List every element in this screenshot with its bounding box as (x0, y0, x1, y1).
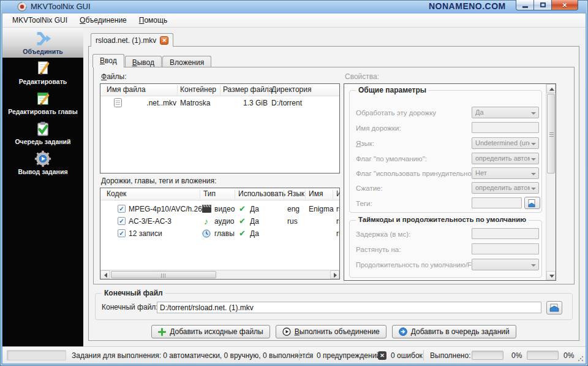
language-select[interactable]: Undetermined (und) (472, 137, 539, 149)
sidebar-item-merge[interactable]: Объединить (2, 28, 83, 58)
general-options-group: Общие параметры Обработать эту дорожку Д… (349, 90, 542, 213)
col-container[interactable]: Контейнер (180, 84, 216, 96)
sidebar-item-edit-chapters[interactable]: Редактировать главы (2, 88, 83, 118)
compression-select[interactable]: определить автом (472, 182, 539, 194)
current-progress-value: 0% (511, 351, 522, 360)
total-progress-value: 0% (564, 351, 574, 360)
file-tab-page: Ввод Вывод Вложения Файлы: Имя файла Ко (88, 46, 579, 341)
horizontal-scrollbar[interactable] (100, 270, 339, 279)
col-file-name[interactable]: Имя файла (107, 84, 146, 96)
minimize-button[interactable] (516, 0, 534, 10)
col-codec[interactable]: Кодек (107, 188, 126, 200)
browse-tags-button[interactable] (524, 197, 540, 209)
default-flag-select[interactable]: определить автом (472, 153, 539, 164)
output-file-group: Конечный файл Конечный файл: (95, 293, 573, 320)
scroll-down-button[interactable] (546, 271, 556, 280)
resize-grip[interactable] (578, 356, 584, 362)
tags-field[interactable] (472, 197, 522, 208)
app-icon (17, 2, 27, 12)
language-cell: eng (287, 203, 300, 215)
file-tab[interactable]: rsload.net. (1).mkv ✕ (91, 33, 173, 47)
brand-text: NONAMENO.COM (429, 1, 506, 11)
track-checkbox[interactable]: ✓ (118, 229, 126, 237)
delay-field[interactable] (472, 228, 539, 239)
menu-mkvtoolnix[interactable]: MKVToolNix GUI (6, 13, 74, 27)
play-icon (282, 327, 291, 336)
output-file-input[interactable] (157, 302, 541, 313)
sidebar-item-label: Вывод задания (18, 168, 67, 175)
default-duration-select[interactable] (472, 259, 539, 270)
language-cell: rus (287, 215, 298, 227)
scroll-thumb[interactable] (547, 94, 555, 173)
chevron-down-icon (531, 112, 536, 115)
use-cell: Да (250, 227, 259, 240)
close-icon: ✕ (562, 2, 567, 9)
container-cell: Matroska (180, 96, 210, 110)
scroll-left-button[interactable] (100, 270, 110, 279)
track-row-video[interactable]: ✓ MPEG-4p10/AVC/h.264 видео ✔ Да (100, 203, 339, 215)
merge-tool-content: rsload.net. (1).mkv ✕ Ввод Вывод Вложени… (83, 28, 586, 346)
warning-icon: ⚠ (305, 351, 312, 360)
tab-close-icon[interactable]: ✕ (160, 36, 168, 45)
files-table-header: Имя файла Контейнер Размер файла Директо… (100, 84, 339, 96)
track-name-field[interactable] (472, 122, 539, 133)
scroll-thumb[interactable] (111, 271, 216, 278)
vertical-scrollbar[interactable] (546, 84, 556, 280)
tracks-table[interactable]: Кодек Тип Использовать Язык Имя И (100, 188, 340, 280)
sidebar-item-job-queue[interactable]: Очередь заданий (2, 118, 83, 148)
chevron-down-icon (531, 188, 536, 190)
edit-chapters-icon (2, 88, 83, 108)
job-output-icon (2, 148, 83, 168)
track-row-audio[interactable]: ✓ AC-3/E-AC-3 ♪ аудио ✔ Да rus rs (100, 215, 339, 227)
col-language[interactable]: Язык (287, 188, 304, 200)
col-directory[interactable]: Директория (271, 84, 311, 96)
use-cell: Да (250, 203, 259, 215)
properties-panel: Общие параметры Обработать эту дорожку Д… (344, 83, 556, 281)
edit-headers-icon (2, 58, 83, 78)
sidebar-item-job-output[interactable]: Вывод задания (2, 148, 83, 178)
scroll-down-icon (549, 275, 554, 278)
track-row-chapters[interactable]: ✓ 12 записи главы ✔ Да (100, 227, 339, 240)
forced-flag-select[interactable]: Нет (472, 167, 539, 179)
video-icon (202, 205, 211, 213)
track-checkbox[interactable]: ✓ (118, 205, 126, 213)
source-cell: rs (336, 215, 340, 227)
file-row[interactable]: .net..mkv Matroska 1.3 GiB D:/torrent (100, 96, 339, 110)
window-controls: ✕ (516, 0, 578, 10)
col-file-size[interactable]: Размер файла (223, 84, 273, 96)
close-button[interactable]: ✕ (551, 0, 578, 10)
stretch-field[interactable] (472, 243, 539, 254)
process-track-select[interactable]: Да (472, 107, 539, 118)
type-cell: главы (214, 227, 235, 240)
window-title: MKVToolNix GUI (31, 2, 91, 11)
start-muxing-button[interactable]: Выполнить объединение (276, 325, 386, 338)
browse-output-button[interactable] (546, 301, 562, 315)
menu-merge[interactable]: Объединение (74, 13, 133, 27)
menubar: MKVToolNix GUI Объединение Помощь (2, 13, 586, 28)
tab-attachments[interactable]: Вложения (162, 56, 211, 67)
maximize-button[interactable] (534, 0, 551, 10)
add-source-files-button[interactable]: Добавить исходные файлы (151, 325, 270, 338)
directory-cell: D:/torrent (271, 96, 302, 110)
sidebar-item-edit-headers[interactable]: Редактировать заголовки (2, 58, 83, 88)
tab-output[interactable]: Вывод (125, 56, 162, 67)
col-name[interactable]: Имя (309, 188, 323, 200)
col-use[interactable]: Использовать (238, 188, 285, 200)
chevron-down-icon (531, 158, 536, 161)
warnings-count: 0 предупреждений (317, 351, 380, 360)
col-type[interactable]: Тип (203, 188, 216, 200)
files-table[interactable]: Имя файла Контейнер Размер файла Директо… (100, 83, 340, 173)
track-checkbox[interactable]: ✓ (118, 217, 126, 225)
codec-cell: 12 записи (129, 227, 162, 240)
current-job-progress (472, 351, 503, 360)
tab-input[interactable]: Ввод (92, 54, 124, 67)
col-source[interactable]: И (336, 188, 340, 200)
timecodes-group: Таймкоды и продолжительность по умолчани… (349, 220, 542, 278)
add-to-queue-button[interactable]: Добавить в очередь заданий (392, 325, 516, 338)
scroll-left-icon (104, 273, 107, 278)
menu-help[interactable]: Помощь (133, 13, 173, 27)
use-cell: Да (250, 215, 259, 227)
scroll-right-button[interactable] (330, 270, 339, 279)
scroll-up-button[interactable] (546, 84, 556, 93)
input-tab-panel: Файлы: Имя файла Контейнер Размер файла … (93, 67, 575, 284)
